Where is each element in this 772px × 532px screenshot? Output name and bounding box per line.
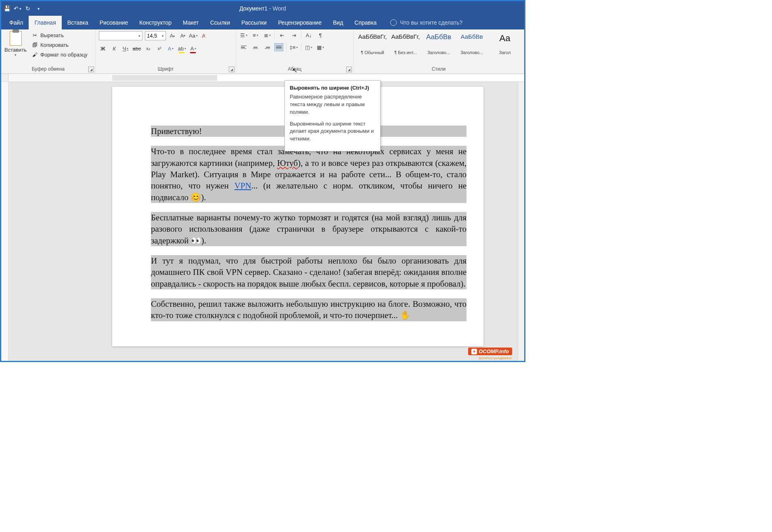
align-center-button[interactable] [251, 43, 260, 51]
tab-help[interactable]: Справка [349, 16, 382, 29]
vertical-scrollbar[interactable] [518, 82, 524, 361]
highlight-button[interactable]: ab [178, 44, 186, 52]
plus-icon: + [471, 349, 477, 354]
sort-button[interactable]: A↓ [304, 31, 313, 39]
style-normal[interactable]: АаБбВвГг, Обычный [357, 32, 388, 56]
tab-insert[interactable]: Вставка [62, 16, 94, 29]
tab-home[interactable]: Главная [29, 16, 61, 29]
tab-view[interactable]: Вид [327, 16, 349, 29]
qa-customize-icon[interactable]: ▾ [35, 5, 42, 12]
group-styles: АаБбВвГг, Обычный АаБбВвГг, Без инт... А… [354, 29, 524, 73]
tab-draw[interactable]: Рисование [94, 16, 134, 29]
bold-button[interactable]: Ж [99, 44, 107, 52]
align-right-button[interactable] [263, 43, 272, 51]
grow-font-button[interactable]: A▴ [168, 32, 176, 40]
app-name: Word [273, 5, 286, 12]
document-text[interactable]: Приветствую! Что-то в последнее время ст… [151, 126, 467, 321]
style-heading1-name: Заголово... [424, 50, 453, 55]
strikethrough-button[interactable]: abc [133, 44, 141, 52]
decrease-indent-button[interactable]: ⇤ [278, 31, 287, 39]
font-size-value: 14,5 [147, 33, 157, 39]
doc-p5[interactable]: Собственно, решил также выложить небольш… [151, 298, 467, 321]
paste-button[interactable]: Вставить ▾ [4, 31, 29, 65]
clear-formatting-button[interactable]: A̷ [200, 32, 208, 40]
style-no-spacing-preview: АаБбВвГг, [391, 33, 420, 40]
text-effects-button[interactable]: A [167, 44, 175, 52]
align-justify-button[interactable] [274, 43, 283, 51]
tab-file[interactable]: Файл [4, 16, 29, 29]
save-icon[interactable]: 💾 [4, 5, 10, 12]
tab-review[interactable]: Рецензирование [272, 16, 327, 29]
superscript-button[interactable]: x² [155, 44, 163, 52]
style-no-spacing[interactable]: АаБбВвГг, Без инт... [390, 32, 421, 56]
vpn-link[interactable]: VPN [234, 181, 251, 191]
subscript-button[interactable]: x₂ [144, 44, 152, 52]
style-heading1-preview: АаБбВв [426, 33, 451, 41]
cut-label: Вырезать [40, 32, 64, 38]
group-font: ▾ 14,5▾ A▴ A▾ Aa A̷ Ж К Ч abc x₂ x² A ab… [96, 29, 236, 73]
numbering-button[interactable]: ≡ [251, 31, 260, 39]
clipboard-dialog-launcher[interactable]: ◢ [88, 67, 94, 72]
shading-button[interactable]: ◫ [304, 43, 313, 51]
format-painter-label: Формат по образцу [40, 52, 88, 58]
tab-references[interactable]: Ссылки [205, 16, 236, 29]
tell-me[interactable]: Что вы хотите сделать? [390, 16, 462, 29]
paste-icon [10, 31, 22, 46]
group-paragraph: ☰ ≡ ≣ ⇤ ⇥ A↓ ¶ ‡≡ ◫ ▦ Абза [236, 29, 354, 73]
borders-button[interactable]: ▦ [316, 43, 325, 51]
shrink-font-button[interactable]: A▾ [179, 32, 187, 40]
doc-p2[interactable]: Что-то в последнее время стал замечать, … [151, 146, 467, 203]
doc-p3[interactable]: Бесплатные варианты почему-то жутко торм… [151, 212, 467, 246]
show-marks-button[interactable]: ¶ [316, 31, 325, 39]
paragraph-dialog-launcher[interactable]: ◢ [346, 67, 352, 72]
underline-button[interactable]: Ч [121, 44, 130, 52]
watermark-text: OCOMP.info [479, 348, 509, 354]
tab-mailings[interactable]: Рассылки [236, 16, 272, 29]
style-title[interactable]: Аа Загол [489, 32, 521, 56]
style-heading1[interactable]: АаБбВв Заголово... [423, 32, 454, 56]
doc-p4[interactable]: И тут я подумал, что для быстрой работы … [151, 255, 467, 289]
line-spacing-button[interactable]: ‡≡ [289, 43, 298, 51]
copy-label: Копировать [40, 42, 69, 48]
redo-icon[interactable]: ↻ [25, 5, 31, 12]
group-clipboard: Вставить ▾ ✂Вырезать 🗐Копировать 🖌Формат… [1, 29, 96, 73]
bullets-button[interactable]: ☰ [239, 31, 248, 39]
increase-indent-button[interactable]: ⇥ [289, 31, 298, 39]
font-size-combo[interactable]: 14,5▾ [145, 31, 166, 40]
ribbon: Вставить ▾ ✂Вырезать 🗐Копировать 🖌Формат… [1, 29, 524, 74]
document-canvas[interactable]: Приветствую! Что-то в последнее время ст… [8, 82, 524, 361]
group-font-label: Шрифт [96, 65, 236, 73]
watermark: + OCOMP.info [468, 348, 512, 355]
style-title-name: Загол [490, 50, 519, 55]
undo-icon[interactable]: ↶▾ [14, 5, 21, 12]
group-styles-label: Стили [354, 65, 524, 73]
font-color-button[interactable]: A [189, 44, 197, 52]
tab-layout[interactable]: Макет [177, 16, 205, 29]
change-case-button[interactable]: Aa [189, 32, 197, 40]
tooltip-p1: Равномерное распределение текста между л… [290, 93, 375, 116]
copy-button[interactable]: 🗐Копировать [31, 41, 88, 49]
scissors-icon: ✂ [31, 32, 38, 38]
style-heading2-preview: АаБбВв [461, 33, 483, 40]
document-area: Приветствую! Что-то в последнее время ст… [1, 82, 524, 361]
style-heading2[interactable]: АаБбВв Заголово... [456, 32, 487, 56]
align-left-button[interactable] [239, 43, 248, 51]
style-normal-name: Обычный [358, 50, 387, 55]
copy-icon: 🗐 [31, 42, 38, 48]
title-bar: 💾 ↶▾ ↻ ▾ Документ1 - Word [1, 1, 524, 16]
spellcheck-word[interactable]: Ютуб [277, 158, 298, 168]
tooltip-p2: Выровненный по ширине текст делает края … [290, 120, 375, 143]
ribbon-tabs: Файл Главная Вставка Рисование Конструкт… [1, 16, 524, 29]
title-sep: - [268, 5, 272, 12]
cut-button[interactable]: ✂Вырезать [31, 31, 88, 39]
watermark-sub: ВОПРОСЫ•АДМИНУ [479, 356, 512, 360]
font-name-combo[interactable]: ▾ [99, 31, 142, 40]
italic-button[interactable]: К [110, 44, 118, 52]
window-title: Документ1 - Word [239, 5, 286, 12]
vertical-ruler[interactable] [1, 82, 8, 361]
format-painter-button[interactable]: 🖌Формат по образцу [31, 50, 88, 59]
font-dialog-launcher[interactable]: ◢ [229, 67, 234, 72]
tab-design[interactable]: Конструктор [134, 16, 177, 29]
multilevel-button[interactable]: ≣ [263, 31, 272, 39]
horizontal-ruler[interactable] [1, 74, 524, 82]
